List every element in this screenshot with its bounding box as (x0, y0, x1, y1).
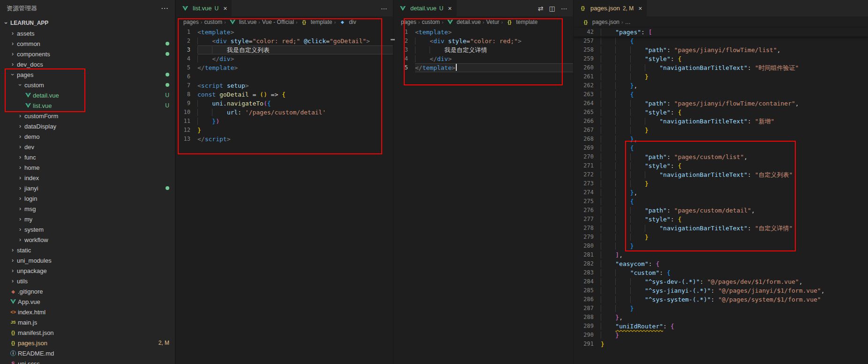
code-line[interactable]: 289 "uniIdRouter": { (574, 322, 868, 331)
tree-item-dev[interactable]: ›dev (0, 142, 175, 152)
tree-item-.gitignore[interactable]: ◆.gitignore (0, 286, 175, 296)
tree-item-unpackage[interactable]: ›unpackage (0, 265, 175, 276)
tree-item-demo[interactable]: ›demo (0, 131, 175, 142)
breadcrumb-item[interactable]: detail.vue (445, 19, 481, 25)
code-line[interactable]: 287 } (574, 304, 868, 313)
close-icon[interactable]: × (448, 5, 452, 12)
code-line[interactable]: 3 我是自定义列表 (176, 46, 393, 54)
code-line[interactable]: 282 "easycom": { (574, 259, 868, 268)
tree-item-my[interactable]: ›my (0, 214, 175, 224)
code-line[interactable]: 275 { (574, 197, 868, 206)
code-line[interactable]: 270 "path": "pages/custom/list", (574, 152, 868, 161)
tree-item-utils[interactable]: ›utils (0, 276, 175, 286)
code-line[interactable]: 262 }, (574, 81, 868, 90)
tree-item-common[interactable]: ›common (0, 38, 175, 49)
tab-pages.json[interactable]: {}pages.json2, M× (574, 0, 647, 16)
code-line[interactable]: 267 } (574, 126, 868, 135)
code-line[interactable]: 283 "custom": { (574, 268, 868, 277)
code-line[interactable]: 7<script setup> (176, 81, 393, 90)
tree-item-dev_docs[interactable]: ›dev_docs (0, 59, 175, 69)
split-editor-icon[interactable]: ◫ (549, 5, 555, 12)
code-line[interactable]: 4 </div> (393, 54, 573, 63)
close-icon[interactable]: × (223, 5, 227, 12)
breadcrumb-item[interactable]: {}pages.json (581, 19, 619, 25)
tree-item-detail.vue[interactable]: detail.vueU (0, 90, 175, 100)
explorer-more-actions-icon[interactable]: ⋯ (161, 4, 168, 13)
code-line[interactable]: 278 "navigationBarTitleText": "自定义详情" (574, 224, 868, 233)
code-line[interactable]: 6 (176, 72, 393, 81)
code-line[interactable]: 291} (574, 340, 868, 349)
breadcrumb-item[interactable]: list.vue (228, 19, 257, 25)
code-line[interactable]: 268 }, (574, 135, 868, 144)
tab-list.vue[interactable]: list.vueU× (176, 0, 232, 16)
tree-item-func[interactable]: ›func (0, 152, 175, 162)
code-line[interactable]: 266 "navigationBarTitleText": "新增" (574, 117, 868, 126)
tree-item-home[interactable]: ›home (0, 162, 175, 173)
open-changes-icon[interactable]: ⇄ (538, 5, 543, 12)
tree-item-workflow[interactable]: ›workflow (0, 235, 175, 245)
code-line[interactable]: 280 } (574, 242, 868, 250)
code-line[interactable]: 2 <div style="color: red;"> (393, 37, 573, 46)
more-actions-icon[interactable]: ⋯ (381, 5, 387, 12)
breadcrumb-item[interactable]: Vetur (486, 19, 499, 25)
code-line[interactable]: 12} (176, 126, 393, 135)
breadcrumb-item[interactable]: {}template (505, 19, 537, 25)
breadcrumb-item[interactable]: custom (422, 19, 440, 25)
sticky-scroll-line[interactable]: 42 "pages": [ (574, 28, 868, 37)
close-icon[interactable]: × (638, 5, 642, 12)
code-line[interactable]: 277 "style": { (574, 215, 868, 224)
tree-root-folder[interactable]: › LEARUN_APP (0, 18, 175, 28)
code-line[interactable]: 281 ], (574, 250, 868, 259)
breadcrumb-item[interactable]: Vue - Official (262, 19, 294, 25)
breadcrumb-item[interactable]: {}template (299, 19, 332, 25)
code-line[interactable]: 285 "^sys-jianyi-(.*)": "@/pages/jianyi/… (574, 286, 868, 295)
code-line[interactable]: 10 url: '/pages/custom/detail' (176, 108, 393, 117)
code-line[interactable]: 259 "style": { (574, 54, 868, 63)
code-line[interactable]: 276 "path": "pages/custom/detail", (574, 206, 868, 215)
tree-item-datadisplay[interactable]: ›dataDisplay (0, 121, 175, 131)
tree-item-assets[interactable]: ›assets (0, 28, 175, 38)
code-line[interactable]: 9 uni.navigateTo({ (176, 99, 393, 108)
code-line[interactable]: 269 { (574, 144, 868, 152)
tree-item-components[interactable]: ›components (0, 49, 175, 59)
tab-detail.vue[interactable]: detail.vueU× (393, 0, 457, 16)
code-line[interactable]: 11 }) (176, 117, 393, 126)
code-line[interactable]: 265 "style": { (574, 108, 868, 117)
code-line[interactable]: 261 } (574, 72, 868, 81)
tree-item-uni.scss[interactable]: Suni.scss (0, 358, 175, 364)
code-line[interactable]: 288 }, (574, 313, 868, 322)
tree-item-system[interactable]: ›system (0, 224, 175, 235)
breadcrumb-item[interactable]: ◆div (338, 19, 356, 25)
code-line[interactable]: 260 "navigationBarTitleText": "时间组件验证" (574, 63, 868, 72)
code-line[interactable]: 3 我是自定义详情 (393, 46, 573, 54)
code-line[interactable]: 284 "^sys-dev-(.*)": "@/pages/dev/$1/for… (574, 277, 868, 286)
code-line[interactable]: 258 "path": "pages/jianyi/flowTime/list"… (574, 46, 868, 54)
code-line[interactable]: 286 "^sys-system-(.*)": "@/pages/system/… (574, 295, 868, 304)
code-line[interactable]: 290 } (574, 331, 868, 340)
tree-item-index[interactable]: ›index (0, 173, 175, 183)
code-line[interactable]: 263 { (574, 90, 868, 99)
breadcrumb-item[interactable]: pages (401, 19, 416, 25)
code-line[interactable]: 257 { (574, 37, 868, 46)
tree-item-app.vue[interactable]: App.vue (0, 296, 175, 307)
code-line[interactable]: 1<template> (176, 28, 393, 37)
code-line[interactable]: 5</template> (393, 63, 573, 72)
breadcrumb-item[interactable]: pages (183, 19, 199, 25)
tree-item-index.html[interactable]: <>index.html (0, 307, 175, 317)
code-line[interactable]: 1<template> (393, 28, 573, 37)
tree-item-manifest.json[interactable]: {}manifest.json (0, 327, 175, 338)
code-line[interactable]: 274 }, (574, 188, 868, 197)
code-line[interactable]: 271 "style": { (574, 161, 868, 170)
code-line[interactable]: 273 } (574, 179, 868, 188)
code-line[interactable]: 4 </div> (176, 54, 393, 63)
tree-item-customform[interactable]: ›customForm (0, 111, 175, 121)
tree-item-readme.md[interactable]: iREADME.md (0, 348, 175, 358)
code-line[interactable]: 264 "path": "pages/jianyi/flowTime/conta… (574, 99, 868, 108)
code-line[interactable]: 2 <div style="color: red;" @click="goDet… (176, 37, 393, 46)
tree-item-pages[interactable]: ›pages (0, 69, 175, 80)
code-line[interactable]: 13</script> (176, 135, 393, 144)
tree-item-custom[interactable]: ›custom (0, 80, 175, 90)
breadcrumb-item[interactable]: … (625, 19, 631, 25)
code-line[interactable]: 272 "navigationBarTitleText": "自定义列表" (574, 170, 868, 179)
more-actions-icon[interactable]: ⋯ (561, 5, 567, 12)
